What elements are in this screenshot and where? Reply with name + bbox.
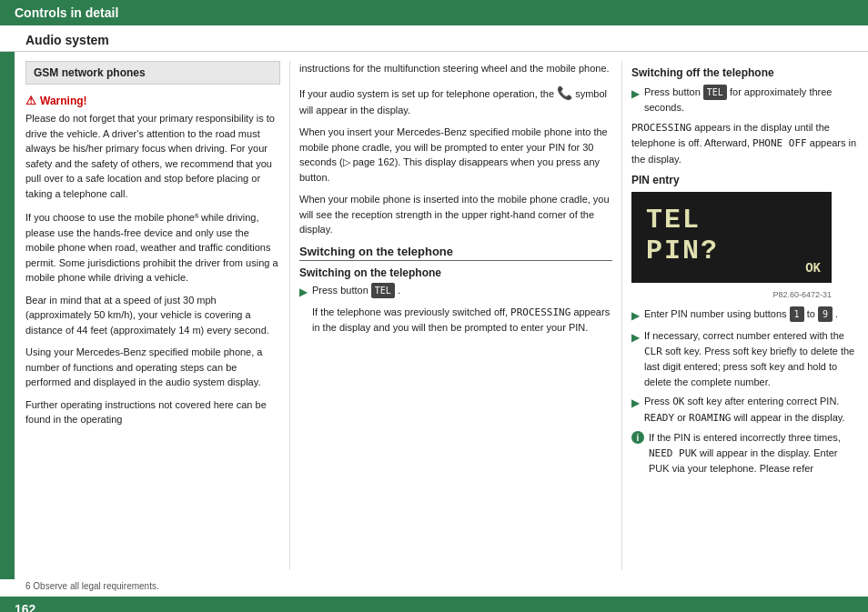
pin-line2: PIN?: [646, 236, 817, 266]
processing-inline: PROCESSING: [510, 306, 570, 318]
phone-off-mono: PHONE OFF: [752, 137, 807, 149]
press-button-label-2: Press button: [644, 86, 701, 97]
page-footer: 162: [0, 597, 868, 612]
section-title-text: Audio system: [25, 33, 109, 47]
page-header: Controls in detail: [0, 0, 868, 25]
enter-pin-label: Enter PIN number using buttons: [644, 308, 787, 319]
ok-mono: OK: [672, 396, 684, 407]
to-text: to: [807, 308, 815, 319]
pin-line1: TEL: [646, 205, 817, 236]
press-button-item: ▶ Press button TEL .: [299, 283, 612, 300]
correct-bullet: ▶ If necessary, correct number entered w…: [631, 328, 859, 389]
correct-text: If necessary, correct number entered wit…: [644, 328, 859, 389]
left-column: GSM network phones ⚠ Warning! Please do …: [25, 61, 280, 570]
middle-step1: If the telephone was previously switched…: [299, 305, 612, 336]
content-wrapper: GSM network phones ⚠ Warning! Please do …: [0, 52, 868, 579]
warning-text: Please do not forget that your primary r…: [25, 111, 280, 201]
info-item: i If the PIN is entered incorrectly thre…: [631, 430, 859, 477]
main-content: GSM network phones ⚠ Warning! Please do …: [15, 52, 868, 579]
right-column: Switching off the telephone ▶ Press butt…: [631, 61, 859, 570]
pin-ok-label: OK: [805, 261, 821, 276]
info-icon: i: [631, 431, 644, 444]
middle-para2: When you insert your Mercedes-Benz speci…: [299, 125, 612, 185]
ready-mono: READY: [644, 412, 674, 424]
ok-bullet: ▶ Press OK soft key after entering corre…: [631, 394, 859, 426]
processing-mono: PROCESSING: [631, 122, 691, 134]
left-para3: Using your Mercedes-Benz specified mobil…: [25, 345, 280, 390]
enter-pin-bullet: ▶ Enter PIN number using buttons 1 to 9 …: [631, 306, 859, 324]
middle-para3: When your mobile phone is inserted into …: [299, 192, 612, 237]
left-para2: Bear in mind that at a speed of just 30 …: [25, 293, 280, 338]
pin-ref: P82.60-6472-31: [631, 290, 832, 299]
tel-btn-right: TEL: [703, 85, 727, 100]
press-button-text: Press button TEL .: [312, 283, 400, 300]
middle-para1: If your audio system is set up for telep…: [299, 84, 612, 118]
bullet-arrow-2: ▶: [631, 85, 640, 115]
bullet-arrow: ▶: [299, 284, 308, 300]
left-para1: If you choose to use the mobile phone⁶ w…: [25, 210, 280, 286]
ok-text: Press OK soft key after entering correct…: [644, 394, 859, 426]
switching-off-heading: Switching off the telephone: [631, 66, 859, 79]
section-title: Audio system: [0, 25, 868, 52]
warning-title: ⚠ Warning!: [25, 94, 280, 107]
bullet-arrow-4: ▶: [631, 329, 640, 389]
warning-icon: ⚠: [25, 94, 36, 107]
num-badge-end: 9: [818, 306, 833, 322]
clr-mono: CLR: [644, 346, 662, 357]
footnote: 6 Observe all legal requirements.: [0, 579, 868, 593]
pin-entry-heading: PIN entry: [631, 174, 859, 186]
press-button-label: Press button: [312, 285, 368, 296]
bullet-arrow-3: ▶: [631, 307, 640, 324]
roaming-mono: ROAMING: [689, 412, 731, 424]
switching-off-bullet: ▶ Press button TEL for approximately thr…: [631, 85, 859, 115]
switching-off-text: Press button TEL for approximately three…: [644, 85, 859, 115]
processing-text: PROCESSING appears in the display until …: [631, 120, 859, 167]
info-text: If the PIN is entered incorrectly three …: [649, 430, 859, 477]
header-title: Controls in detail: [15, 5, 118, 20]
left-accent-bar: [0, 52, 15, 579]
bullet-arrow-5: ▶: [631, 395, 640, 426]
gsm-box-label: GSM network phones: [34, 66, 146, 79]
middle-column: instructions for the multifunction steer…: [289, 61, 622, 570]
tel-button-label: TEL: [371, 283, 395, 298]
pin-display: TEL PIN? OK: [631, 192, 832, 283]
gsm-box: GSM network phones: [25, 61, 280, 85]
num-badge-start: 1: [790, 306, 804, 322]
enter-pin-text: Enter PIN number using buttons 1 to 9 .: [644, 306, 838, 324]
switching-on-heading: Switching on the telephone: [299, 245, 612, 261]
left-para4: Further operating instructions not cover…: [25, 397, 280, 427]
page-number: 162: [15, 602, 35, 612]
warning-label: Warning!: [40, 95, 87, 107]
need-puk-mono: NEED PUK: [649, 447, 697, 459]
switching-on-sub: Switching on the telephone: [299, 266, 612, 279]
middle-intro: instructions for the multifunction steer…: [299, 61, 612, 76]
warning-block: ⚠ Warning! Please do not forget that you…: [25, 94, 280, 201]
